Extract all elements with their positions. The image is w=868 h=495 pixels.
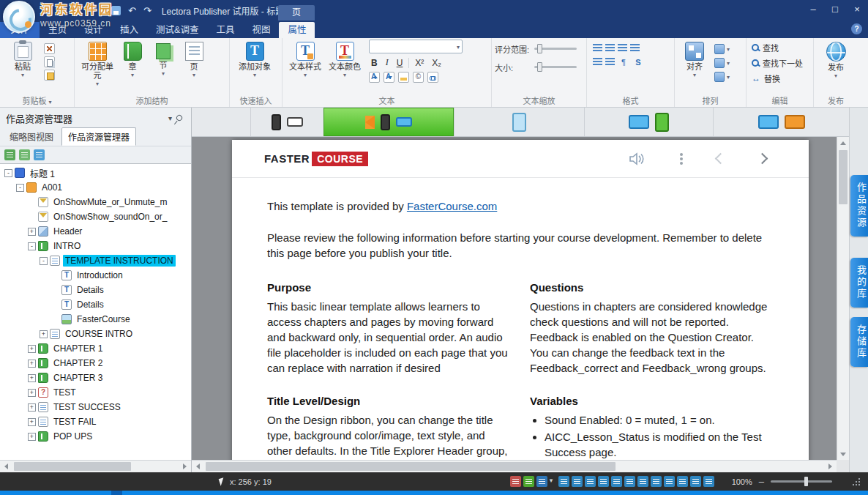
numbered-list-icon[interactable] — [605, 58, 615, 66]
align-top-icon[interactable] — [598, 476, 609, 487]
responsive-view-phone[interactable] — [250, 108, 323, 136]
section-button[interactable]: 节▾ — [148, 40, 179, 78]
find-button[interactable]: 查找 — [749, 40, 810, 55]
highlight-icon[interactable] — [398, 72, 409, 83]
tree-item[interactable]: - TEMPLATE INSTRUCTION — [0, 253, 191, 268]
responsive-view-tablet-landscape[interactable] — [584, 108, 713, 136]
undo-icon[interactable]: ↶ — [128, 5, 136, 16]
tree-item[interactable]: Introduction — [0, 268, 191, 283]
tree-item[interactable]: OnShowMute_or_Unmute_m — [0, 195, 191, 209]
scrollbar-thumb[interactable] — [14, 462, 131, 471]
paste-button[interactable]: 粘贴▾ — [3, 40, 42, 80]
align-text-justify-icon[interactable] — [630, 44, 640, 52]
tree-item[interactable]: + POP UPS — [0, 429, 191, 444]
scroll-left-icon[interactable] — [192, 461, 204, 472]
hyperlink-icon[interactable] — [427, 72, 438, 83]
maximize-button[interactable]: □ — [824, 2, 846, 18]
assignable-unit-button[interactable]: 可分配单元▾ — [78, 40, 117, 89]
tree-item[interactable]: Details — [0, 283, 191, 297]
tree-item[interactable]: + COURSE INTRO — [0, 327, 191, 341]
speaker-icon[interactable] — [629, 152, 646, 165]
scroll-left-icon[interactable] — [0, 461, 12, 472]
tree-item[interactable]: - A001 — [0, 180, 191, 195]
tree-expander-icon[interactable]: + — [28, 360, 36, 368]
tree-item[interactable]: OnShowShow_soundOn_or_ — [0, 209, 191, 224]
text-style-button[interactable]: 文本样式▾ — [285, 40, 325, 80]
copy-icon[interactable] — [44, 56, 55, 67]
tab-stock-library[interactable]: 存储库 — [850, 317, 868, 367]
strikethrough-icon[interactable]: S — [632, 56, 644, 67]
grow-font-icon[interactable] — [369, 72, 380, 83]
scroll-up-icon[interactable] — [837, 137, 849, 149]
italic-button[interactable]: I — [384, 57, 391, 68]
tree-item[interactable]: Details — [0, 297, 191, 312]
distribute-vertical-icon[interactable] — [651, 476, 662, 487]
superscript-button[interactable]: X² — [413, 58, 426, 68]
tree-expander-icon[interactable]: + — [28, 228, 36, 236]
tree-expander-icon[interactable]: + — [28, 345, 36, 353]
range-slider[interactable] — [534, 48, 577, 50]
add-resource-icon[interactable] — [4, 149, 15, 160]
snap-grid-icon[interactable] — [703, 476, 714, 487]
tree-item[interactable]: + CHAPTER 3 — [0, 371, 191, 385]
scrollbar-thumb[interactable] — [206, 462, 616, 471]
page-button[interactable]: 页▾ — [179, 40, 209, 80]
cut-icon[interactable] — [44, 43, 55, 54]
expand-all-icon[interactable] — [19, 149, 30, 160]
add-object-button[interactable]: 添加对象▾ — [233, 40, 277, 80]
match-width-icon[interactable] — [664, 476, 675, 487]
tree-expander-icon[interactable]: + — [28, 389, 36, 397]
explorer-horizontal-scrollbar[interactable] — [0, 460, 191, 472]
align-middle-icon[interactable] — [611, 476, 622, 487]
replace-button[interactable]: ↔ 替换 — [749, 70, 810, 86]
layout-objects-button[interactable]: ▾ — [713, 71, 731, 83]
align-text-center-icon[interactable] — [605, 44, 615, 52]
tree-expander-icon[interactable]: - — [16, 184, 24, 192]
scroll-right-icon[interactable] — [179, 461, 191, 472]
fastercourse-link[interactable]: FasterCourse.com — [407, 200, 497, 212]
tree-expander-icon[interactable]: + — [40, 330, 48, 338]
bold-button[interactable]: B — [369, 58, 380, 68]
tree-expander-icon[interactable]: + — [28, 433, 36, 441]
tree-item[interactable]: + TEST FAIL — [0, 414, 191, 429]
find-next-button[interactable]: 查找下一处 — [749, 55, 810, 70]
responsive-view-phone-landscape-active[interactable] — [323, 108, 454, 136]
size-slider[interactable] — [534, 66, 577, 68]
tree-item[interactable]: + Header — [0, 224, 191, 239]
tree-expander-icon[interactable]: + — [28, 418, 36, 426]
align-left-icon[interactable] — [558, 476, 569, 487]
tree-item[interactable]: + CHAPTER 1 — [0, 341, 191, 356]
match-height-icon[interactable] — [677, 476, 688, 487]
mode-dropdown-icon[interactable] — [550, 476, 556, 487]
zoom-slider-handle[interactable] — [804, 477, 808, 486]
pin-icon[interactable] — [175, 113, 183, 122]
align-text-right-icon[interactable] — [618, 44, 627, 52]
scroll-down-icon[interactable] — [837, 448, 849, 460]
font-family-select[interactable]: ▾ — [369, 40, 463, 53]
ribbon-tab[interactable]: 设计 — [75, 22, 111, 38]
align-bottom-icon[interactable] — [624, 476, 635, 487]
distribute-horizontal-icon[interactable] — [637, 476, 648, 487]
tree-expander-icon[interactable]: - — [40, 257, 48, 265]
nav-previous-icon[interactable] — [715, 153, 727, 165]
tree-item[interactable]: + CHAPTER 2 — [0, 356, 191, 371]
responsive-view-desktop[interactable] — [713, 108, 849, 136]
align-button[interactable]: 对齐▾ — [678, 40, 711, 80]
subscript-button[interactable]: X₂ — [430, 58, 444, 68]
tree-item[interactable]: - INTRO — [0, 239, 191, 253]
ribbon-tab[interactable]: 视图 — [243, 22, 279, 38]
scrollbar-thumb[interactable] — [839, 150, 848, 204]
tab-title-explorer[interactable]: 作品资源管理器 — [61, 127, 136, 146]
overflow-menu-icon[interactable] — [680, 153, 683, 156]
course-page[interactable]: FASTER COURSE Thi — [232, 140, 809, 472]
canvas-horizontal-scrollbar[interactable] — [192, 460, 837, 472]
preview-mode-icon[interactable] — [536, 476, 547, 487]
size-slider-handle[interactable] — [537, 62, 542, 72]
tab-file[interactable]: 文件 — [0, 22, 40, 38]
range-slider-handle[interactable] — [537, 44, 542, 53]
tree-item[interactable]: + TEST — [0, 385, 191, 400]
tab-properties[interactable]: 属性 — [279, 22, 315, 38]
tree-expander-icon[interactable]: - — [4, 169, 12, 177]
error-check-icon[interactable] — [510, 476, 521, 487]
ribbon-tab[interactable]: 测试&调查 — [147, 22, 207, 38]
